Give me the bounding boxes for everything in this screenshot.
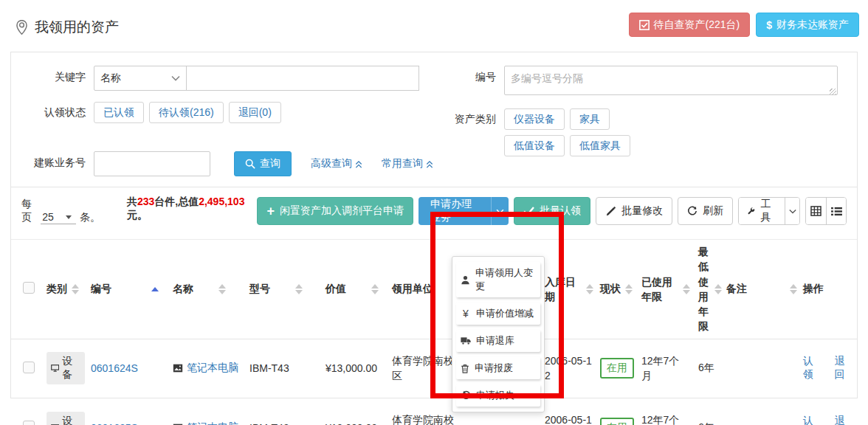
- search-button[interactable]: 查询: [234, 151, 292, 176]
- menu-item-report-loss[interactable]: 申请报失: [456, 384, 540, 407]
- menu-item-change-user[interactable]: 申请领用人变更: [456, 262, 540, 297]
- dollar-icon: $: [766, 19, 772, 31]
- claim-action-link[interactable]: 认领: [803, 415, 823, 425]
- checked-box-icon: [639, 20, 650, 30]
- chevron-down-icon: [171, 75, 180, 81]
- advanced-query-link[interactable]: 高级查询: [311, 151, 362, 170]
- batch-edit-button[interactable]: 批量修改: [596, 197, 672, 225]
- sort-status[interactable]: [625, 284, 633, 294]
- tools-split-button: 工具: [738, 197, 800, 225]
- sort-min-years[interactable]: [714, 284, 722, 294]
- common-query-link[interactable]: 常用查询: [382, 151, 433, 170]
- search-button-label: 查询: [260, 157, 280, 170]
- menu-item-value-change[interactable]: ¥ 申请价值增减: [456, 303, 540, 325]
- menu-item-scrap[interactable]: 申请报废: [456, 357, 540, 379]
- keyword-field-select[interactable]: 名称: [94, 66, 187, 91]
- header-code: 编号: [91, 283, 111, 296]
- number-textarea[interactable]: [504, 66, 838, 95]
- menu-item-return-stock[interactable]: 申请退库: [456, 330, 540, 352]
- claim-status-pending-button[interactable]: 待认领(216): [149, 102, 224, 123]
- refresh-button[interactable]: 刷新: [678, 197, 733, 225]
- summary-total: 2,495,103: [199, 196, 244, 207]
- account-no-input[interactable]: [94, 151, 210, 176]
- summary-count: 233: [137, 196, 154, 207]
- status-badge: 在用: [600, 418, 634, 425]
- sort-category[interactable]: [72, 284, 79, 294]
- claim-status-claimed-button[interactable]: 已认领: [94, 102, 144, 123]
- per-page-control: 每页 25 条。: [21, 198, 100, 224]
- batch-claim-button[interactable]: 批量认领: [514, 197, 590, 225]
- apply-business-dropdown-menu: 申请领用人变更 ¥ 申请价值增减 申请退库 申请报废 申请报失: [452, 256, 545, 412]
- asset-code-link[interactable]: 0601624S: [91, 362, 138, 374]
- table-header-row: 类别 编号 名称 型号 价值 领用单位 入库日期 现状 已使用年限: [11, 240, 857, 339]
- category-furniture-button[interactable]: 家具: [570, 108, 610, 130]
- image-icon: [173, 364, 183, 373]
- apply-business-caret-button[interactable]: [491, 197, 509, 225]
- row-checkbox[interactable]: [23, 362, 35, 373]
- sort-value[interactable]: [371, 284, 379, 294]
- sort-date[interactable]: [586, 284, 593, 294]
- select-all-checkbox[interactable]: [23, 282, 35, 294]
- header-actions: 待自查资产(221台) $ 财务未达账资产: [629, 13, 859, 37]
- asset-model: IBM-T43: [249, 422, 289, 425]
- per-page-prefix: 每页: [21, 198, 37, 224]
- category-lowvalue-device-button[interactable]: 低值设备: [504, 135, 565, 156]
- table-row: 设备 0601624S 笔记本电脑 IBM-T43 ¥13,000.00 体育学…: [11, 339, 857, 398]
- undo-icon: [461, 390, 471, 401]
- row-checkbox[interactable]: [23, 421, 35, 425]
- batch-claim-label: 批量认领: [540, 204, 581, 218]
- category-text: 设备: [62, 355, 79, 381]
- location-pin-icon: [16, 20, 27, 35]
- header-model: 型号: [249, 283, 270, 296]
- grid-view-button[interactable]: [806, 198, 826, 224]
- keyword-input[interactable]: [186, 66, 419, 91]
- asset-category-label: 资产类别: [451, 108, 504, 126]
- claim-action-link[interactable]: 认领: [803, 355, 823, 381]
- double-chevron-up-icon: [426, 160, 433, 168]
- per-page-select[interactable]: 25: [41, 211, 76, 224]
- self-check-assets-button[interactable]: 待自查资产(221台): [629, 13, 751, 37]
- asset-value: ¥13,000.00: [326, 422, 377, 425]
- sort-model[interactable]: [295, 284, 303, 294]
- sort-name[interactable]: [218, 284, 226, 294]
- claim-status-returned-button[interactable]: 退回(0): [229, 102, 281, 123]
- asset-code-link[interactable]: 0601625S: [91, 422, 138, 425]
- asset-min-years: 6年: [698, 421, 714, 425]
- account-no-label: 建账业务号: [11, 151, 94, 170]
- return-action-link[interactable]: 退回: [835, 415, 855, 425]
- header-category: 类别: [46, 283, 67, 296]
- trash-icon: [461, 364, 469, 373]
- list-icon: [831, 207, 842, 216]
- caret-down-icon: [66, 215, 72, 219]
- resize-grip-icon[interactable]: [830, 89, 836, 95]
- tools-caret-button[interactable]: [785, 198, 800, 224]
- chevron-down-icon: [789, 209, 796, 214]
- list-view-button[interactable]: [826, 198, 846, 224]
- idle-asset-apply-button[interactable]: + 闲置资产加入调剂平台申请: [257, 197, 413, 225]
- finance-unmatched-label: 财务未达账资产: [776, 18, 849, 32]
- sort-note[interactable]: [790, 284, 797, 294]
- tools-button[interactable]: 工具: [739, 198, 784, 224]
- asset-name-link[interactable]: 笔记本电脑: [187, 421, 238, 425]
- category-instrument-button[interactable]: 仪器设备: [504, 108, 565, 130]
- truck-icon: [461, 336, 471, 345]
- main-panel: 关键字 名称 认领状态 已认领 待认领(216) 退回(0) 建账业务号: [10, 52, 858, 398]
- assets-table: 类别 编号 名称 型号 价值 领用单位 入库日期 现状 已使用年限: [11, 239, 857, 425]
- table-toolbar: 每页 25 条。 共233台件,总值2,495,103元。 + 闲置资产加入调剂…: [11, 187, 857, 239]
- number-label: 编号: [451, 66, 504, 84]
- sort-used-years[interactable]: [683, 284, 690, 294]
- category-lowvalue-furniture-button[interactable]: 低值家具: [570, 135, 630, 156]
- status-badge: 在用: [600, 358, 634, 379]
- finance-unmatched-button[interactable]: $ 财务未达账资产: [756, 13, 859, 37]
- asset-used-years: 12年7个月: [641, 353, 680, 384]
- asset-name-link[interactable]: 笔记本电脑: [187, 362, 238, 375]
- advanced-query-label: 高级查询: [311, 157, 352, 170]
- header-min-years: 最低使用年限: [698, 244, 710, 334]
- apply-business-button[interactable]: 申请办理业务: [418, 197, 491, 225]
- menu-item-label: 申请价值增减: [476, 307, 534, 320]
- apply-business-split-button: 申请办理业务: [418, 197, 509, 225]
- sort-code-active[interactable]: [151, 287, 159, 291]
- filter-section: 关键字 名称 认领状态 已认领 待认领(216) 退回(0) 建账业务号: [11, 52, 857, 187]
- summary-suffix: 元。: [127, 209, 148, 221]
- return-action-link[interactable]: 退回: [835, 355, 855, 381]
